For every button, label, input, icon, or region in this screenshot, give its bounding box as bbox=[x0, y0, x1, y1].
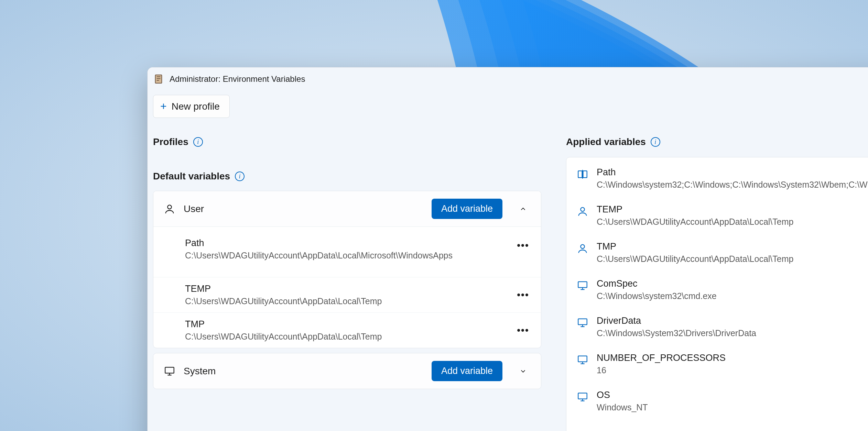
applied-panel: Applied variables i PathC:\Windows\syste… bbox=[566, 126, 868, 431]
variable-row[interactable]: Path C:\Users\WDAGUtilityAccount\AppData… bbox=[153, 227, 541, 277]
applied-variable-name: TMP bbox=[597, 241, 868, 252]
applied-variable-row[interactable]: OSWindows_NT bbox=[566, 380, 868, 417]
applied-variable-name: OS bbox=[597, 390, 868, 400]
applied-variable-value: C:\Windows\system32;C:\Windows;C:\Window… bbox=[597, 180, 868, 190]
user-icon bbox=[164, 203, 175, 215]
svg-point-11 bbox=[581, 245, 584, 248]
variable-row[interactable]: TEMP C:\Users\WDAGUtilityAccount\AppData… bbox=[153, 277, 541, 312]
variable-name: TEMP bbox=[185, 284, 509, 294]
system-icon bbox=[577, 317, 588, 329]
svg-rect-14 bbox=[578, 356, 587, 362]
user-variables-group: User Add variable Path C:\Users\WDAGUtil… bbox=[153, 191, 541, 348]
applied-variable-value: Windows_NT bbox=[597, 402, 868, 412]
variable-row[interactable]: TMP C:\Users\WDAGUtilityAccount\AppData\… bbox=[153, 312, 541, 348]
profiles-heading: Profiles bbox=[153, 136, 188, 147]
applied-variable-row[interactable]: PathC:\Windows\system32;C:\Windows;C:\Wi… bbox=[566, 157, 868, 195]
user-icon bbox=[577, 206, 588, 217]
applied-variable-row[interactable]: NUMBER_OF_PROCESSORS16 bbox=[566, 343, 868, 380]
info-icon[interactable]: i bbox=[651, 137, 660, 147]
svg-rect-12 bbox=[578, 282, 587, 288]
user-group-label: User bbox=[184, 203, 423, 214]
svg-point-10 bbox=[581, 208, 584, 211]
applied-variable-value: 16 bbox=[597, 365, 868, 375]
svg-rect-8 bbox=[578, 171, 582, 178]
system-icon bbox=[577, 280, 588, 291]
info-icon[interactable]: i bbox=[235, 172, 245, 181]
window-title: Administrator: Environment Variables bbox=[170, 74, 859, 84]
applied-variable-row[interactable]: ComSpecC:\Windows\system32\cmd.exe bbox=[566, 269, 868, 306]
system-icon bbox=[577, 391, 588, 403]
applied-variable-value: C:\Windows\System32\Drivers\DriverData bbox=[597, 328, 868, 338]
applied-variables-list: PathC:\Windows\system32;C:\Windows;C:\Wi… bbox=[566, 157, 868, 431]
svg-rect-13 bbox=[578, 319, 587, 325]
variable-value: C:\Users\WDAGUtilityAccount\AppData\Loca… bbox=[185, 296, 509, 306]
minimize-button[interactable] bbox=[859, 69, 868, 89]
variable-name: TMP bbox=[185, 319, 509, 330]
info-icon[interactable]: i bbox=[193, 137, 203, 147]
applied-variable-value: C:\Users\WDAGUtilityAccount\AppData\Loca… bbox=[597, 217, 868, 227]
svg-rect-9 bbox=[583, 171, 587, 178]
applied-variable-name: DriverData bbox=[597, 316, 868, 326]
rename-icon bbox=[577, 168, 588, 180]
applied-variable-row[interactable]: TMPC:\Users\WDAGUtilityAccount\AppData\L… bbox=[566, 232, 868, 269]
applied-heading: Applied variables bbox=[566, 136, 646, 147]
user-icon bbox=[577, 243, 588, 254]
new-profile-label: New profile bbox=[172, 101, 220, 112]
variable-value: C:\Users\WDAGUtilityAccount\AppData\Loca… bbox=[185, 251, 509, 261]
titlebar[interactable]: Administrator: Environment Variables bbox=[148, 67, 868, 91]
system-group-label: System bbox=[184, 366, 423, 377]
applied-variable-name: NUMBER_OF_PROCESSORS bbox=[597, 353, 868, 363]
more-options-button[interactable]: ••• bbox=[516, 287, 531, 302]
new-profile-button[interactable]: + New profile bbox=[153, 95, 230, 118]
system-icon bbox=[577, 354, 588, 366]
svg-rect-15 bbox=[578, 393, 587, 399]
add-system-variable-button[interactable]: Add variable bbox=[432, 361, 502, 381]
expand-button[interactable] bbox=[516, 364, 531, 379]
add-user-variable-button[interactable]: Add variable bbox=[432, 199, 502, 219]
svg-point-6 bbox=[167, 205, 171, 209]
applied-variable-value: C:\Windows\system32\cmd.exe bbox=[597, 291, 868, 301]
default-variables-heading: Default variables bbox=[153, 171, 230, 182]
system-variables-group: System Add variable bbox=[153, 353, 541, 389]
more-options-button[interactable]: ••• bbox=[516, 323, 531, 338]
app-icon bbox=[153, 74, 164, 85]
more-options-button[interactable]: ••• bbox=[516, 238, 531, 253]
plus-icon: + bbox=[160, 100, 167, 113]
collapse-button[interactable] bbox=[516, 201, 531, 217]
applied-variable-name: ComSpec bbox=[597, 278, 868, 289]
system-group-header[interactable]: System Add variable bbox=[153, 353, 541, 389]
system-icon bbox=[164, 365, 175, 377]
env-variables-window: Administrator: Environment Variables + N… bbox=[147, 67, 868, 431]
variable-name: Path bbox=[185, 238, 509, 248]
profiles-panel: Profiles i Default variables i User Add … bbox=[153, 126, 541, 431]
variable-value: C:\Users\WDAGUtilityAccount\AppData\Loca… bbox=[185, 332, 509, 342]
applied-variable-name: TEMP bbox=[597, 204, 868, 215]
svg-rect-7 bbox=[165, 367, 174, 373]
applied-variable-name: Path bbox=[597, 167, 868, 178]
applied-variable-row[interactable]: DriverDataC:\Windows\System32\Drivers\Dr… bbox=[566, 306, 868, 343]
applied-variable-row[interactable]: TEMPC:\Users\WDAGUtilityAccount\AppData\… bbox=[566, 195, 868, 232]
applied-variable-value: C:\Users\WDAGUtilityAccount\AppData\Loca… bbox=[597, 254, 868, 264]
svg-rect-1 bbox=[155, 75, 162, 83]
user-group-header[interactable]: User Add variable bbox=[153, 191, 541, 227]
